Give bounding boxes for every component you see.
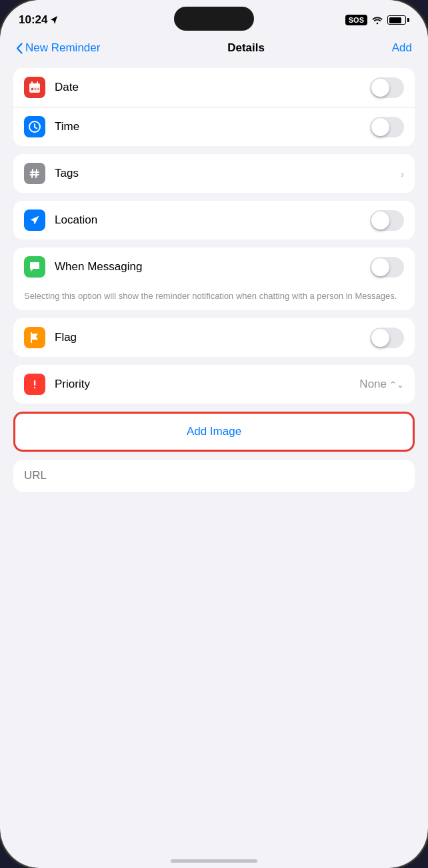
svg-line-9 — [32, 169, 33, 177]
priority-card: Priority None ⌃⌄ — [13, 365, 415, 404]
chevron-left-icon — [16, 43, 23, 54]
hash-icon — [28, 167, 41, 180]
priority-stepper-icon: ⌃⌄ — [389, 380, 404, 390]
add-image-label[interactable]: Add Image — [187, 425, 241, 438]
location-icon — [24, 209, 45, 231]
location-arrow-icon — [28, 213, 41, 227]
svg-rect-6 — [35, 88, 37, 90]
time-display: 10:24 — [19, 13, 47, 27]
date-toggle[interactable] — [370, 77, 404, 98]
svg-rect-5 — [31, 88, 33, 90]
priority-icon — [24, 374, 45, 395]
flag-toggle[interactable] — [370, 328, 404, 348]
dynamic-island — [174, 7, 254, 31]
time-row[interactable]: Time — [13, 107, 415, 146]
location-card: Location — [13, 201, 415, 240]
add-image-row[interactable]: Add Image — [15, 414, 413, 450]
flag-symbol-icon — [28, 331, 41, 344]
status-time: 10:24 — [19, 13, 58, 27]
location-label: Location — [55, 213, 370, 227]
time-icon — [24, 116, 45, 137]
tags-card: Tags › — [13, 154, 415, 193]
messaging-icon — [24, 256, 45, 278]
time-toggle[interactable] — [370, 117, 404, 137]
tags-icon — [24, 163, 45, 184]
location-row[interactable]: Location — [13, 201, 415, 240]
when-messaging-label: When Messaging — [55, 260, 370, 274]
tags-row[interactable]: Tags › — [13, 154, 415, 193]
when-messaging-row[interactable]: When Messaging — [13, 248, 415, 286]
date-time-card: Date Time — [13, 68, 415, 146]
phone-screen: 10:24 SOS — [0, 0, 428, 868]
tags-chevron-icon: › — [401, 168, 404, 179]
priority-row[interactable]: Priority None ⌃⌄ — [13, 365, 415, 404]
content-area: Date Time — [0, 63, 428, 844]
location-arrow-icon — [50, 15, 58, 25]
flag-card: Flag — [13, 318, 415, 357]
tags-label: Tags — [55, 167, 401, 180]
back-button[interactable]: New Reminder — [16, 41, 100, 55]
priority-label: Priority — [55, 378, 359, 391]
url-input-row[interactable] — [13, 460, 415, 492]
url-input[interactable] — [24, 469, 404, 482]
message-bubble-icon — [28, 260, 41, 274]
status-right: SOS — [345, 15, 409, 25]
url-card — [13, 460, 415, 492]
clock-icon — [28, 120, 41, 133]
nav-bar: New Reminder Details Add — [0, 36, 428, 63]
battery-icon — [387, 15, 409, 25]
date-row[interactable]: Date — [13, 68, 415, 107]
wifi-icon — [371, 16, 383, 25]
priority-value: None — [359, 378, 387, 391]
svg-rect-13 — [34, 380, 35, 386]
time-label: Time — [55, 120, 370, 133]
sos-badge: SOS — [345, 15, 367, 25]
date-icon — [24, 77, 45, 98]
date-label: Date — [55, 81, 370, 94]
flag-icon — [24, 327, 45, 348]
when-messaging-toggle[interactable] — [370, 257, 404, 278]
svg-line-10 — [36, 169, 37, 177]
calendar-icon — [28, 81, 41, 94]
svg-rect-7 — [37, 88, 39, 90]
svg-rect-14 — [34, 387, 35, 388]
flag-row[interactable]: Flag — [13, 318, 415, 357]
exclamation-icon — [28, 378, 41, 391]
flag-label: Flag — [55, 331, 370, 344]
add-button[interactable]: Add — [392, 41, 412, 55]
location-toggle[interactable] — [370, 210, 404, 231]
add-image-card[interactable]: Add Image — [13, 412, 415, 452]
home-indicator — [171, 859, 257, 863]
messaging-helper-text: Selecting this option will show the remi… — [13, 286, 415, 310]
phone-frame: 10:24 SOS — [0, 0, 428, 868]
nav-title: Details — [227, 41, 265, 55]
back-label: New Reminder — [25, 41, 100, 55]
svg-rect-2 — [29, 85, 40, 87]
when-messaging-card: When Messaging Selecting this option wil… — [13, 248, 415, 310]
